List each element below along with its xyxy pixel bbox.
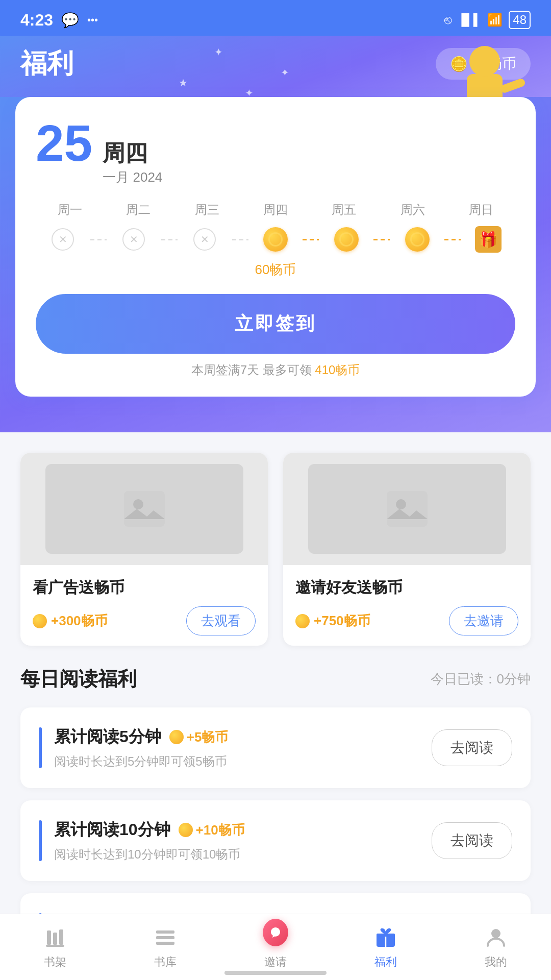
week-item-sat (390, 226, 444, 253)
coin-icon-thu (263, 227, 288, 252)
reading-task-5min: 累计阅读5分钟 +5畅币 阅读时长达到5分钟即可领5畅币 去阅读 (20, 707, 531, 788)
svg-rect-9 (156, 936, 174, 939)
coin-icon-fri (334, 227, 359, 252)
date-month-year: 一月 2024 (103, 168, 162, 186)
task-bar (39, 820, 42, 861)
task-desc-5min: 阅读时长达到5分钟即可领5畅币 (54, 753, 419, 770)
nav-label-welfare: 福利 (374, 954, 397, 970)
nav-library[interactable]: 书库 (110, 914, 220, 980)
nav-profile[interactable]: 我的 (441, 914, 551, 980)
week-label-wed: 周三 (173, 202, 241, 218)
ad-card-image (20, 453, 268, 565)
wifi-icon: 📶 (487, 13, 503, 27)
main-content: 看广告送畅币 +300畅币 去观看 (0, 432, 551, 980)
signin-note: 本周签满7天 最多可领 410畅币 (36, 362, 515, 378)
image-placeholder-2 (308, 464, 506, 554)
header: ✦ ✦ ✦ ★ 福利 🪙 70畅币 (0, 36, 551, 97)
svg-rect-10 (156, 942, 174, 945)
svg-rect-5 (53, 933, 57, 945)
nav-invite[interactable]: 邀请 (220, 914, 331, 980)
week-label-sat: 周六 (378, 202, 446, 218)
task-bar (39, 727, 42, 768)
week-item-tue: ✕ (107, 226, 161, 253)
today-coins-label: 60畅币 (36, 261, 515, 279)
svg-point-1 (133, 499, 143, 509)
task-btn-5min[interactable]: 去阅读 (432, 729, 512, 766)
week-label-fri: 周五 (310, 202, 378, 218)
task-title-5min: 累计阅读5分钟 (54, 726, 161, 748)
week-label-mon: 周一 (36, 202, 104, 218)
svg-rect-2 (387, 491, 428, 527)
missed-icon-tue: ✕ (122, 228, 145, 251)
bottom-indicator (224, 971, 327, 975)
svg-rect-4 (47, 930, 51, 945)
week-item-fri (319, 226, 373, 253)
week-label-thu: 周四 (241, 202, 310, 218)
task-reward-5min: +5畅币 (169, 728, 229, 746)
invite-icon (263, 925, 288, 950)
invite-reward: +750畅币 (295, 612, 370, 630)
week-label-tue: 周二 (104, 202, 172, 218)
star-deco: ✦ (245, 87, 254, 97)
signal-icon: ▐▌▌ (458, 13, 482, 27)
week-item-mon: ✕ (36, 226, 90, 253)
invite-card-title: 邀请好友送畅币 (295, 577, 518, 598)
welfare-icon (373, 925, 398, 950)
svg-rect-8 (156, 930, 174, 934)
missed-icon-wed: ✕ (193, 228, 216, 251)
missed-icon-mon: ✕ (52, 228, 74, 251)
task-btn-10min[interactable]: 去阅读 (432, 822, 512, 859)
ad-reward-text: +300畅币 (51, 612, 108, 630)
date-weekday: 周四 (103, 138, 162, 168)
svg-rect-6 (59, 929, 63, 945)
week-item-wed: ✕ (178, 226, 232, 253)
invite-action-btn[interactable]: 去邀请 (449, 606, 518, 635)
nav-bookshelf[interactable]: 书架 (0, 914, 110, 980)
star-deco: ✦ (214, 46, 223, 58)
svg-point-14 (491, 929, 500, 938)
signin-button[interactable]: 立即签到 (36, 294, 515, 354)
reading-task-10min: 累计阅读10分钟 +10畅币 阅读时长达到10分钟即可领10畅币 去阅读 (20, 800, 531, 881)
invite-card[interactable]: 邀请好友送畅币 +750畅币 去邀请 (283, 453, 531, 646)
mini-coin-icon (33, 614, 47, 628)
signin-note-text: 本周签满7天 最多可领 (191, 363, 312, 377)
ad-card[interactable]: 看广告送畅币 +300畅币 去观看 (20, 453, 268, 646)
ad-action-btn[interactable]: 去观看 (186, 606, 256, 635)
status-bar: 4:23 💬 ••• ⎋ ▐▌▌ 📶 48 (0, 0, 551, 36)
svg-rect-0 (124, 491, 165, 527)
invite-reward-text: +750畅币 (314, 612, 370, 630)
treasure-icon-sun: 🎁 (475, 226, 502, 253)
task-title-10min: 累计阅读10分钟 (54, 819, 170, 841)
battery-indicator: 48 (509, 11, 531, 29)
daily-reading-title: 每日阅读福利 (20, 666, 137, 692)
week-label-sun: 周日 (447, 202, 515, 218)
nav-label-bookshelf: 书架 (44, 954, 66, 970)
date-day: 25 (36, 117, 92, 168)
svg-rect-13 (377, 934, 395, 937)
status-icons: ⎋ ▐▌▌ 📶 48 (444, 11, 531, 29)
star-deco: ✦ (281, 66, 289, 79)
bluetooth-icon: ⎋ (444, 13, 452, 27)
nav-label-library: 书库 (154, 954, 177, 970)
week-item-thu (248, 226, 303, 253)
task-desc-10min: 阅读时长达到10分钟即可领10畅币 (54, 846, 419, 863)
ad-card-title: 看广告送畅币 (33, 577, 256, 598)
week-strip: 周一 周二 周三 周四 周五 周六 周日 ✕ (36, 202, 515, 279)
invite-card-image (283, 453, 531, 565)
task-coin-icon-2 (179, 823, 193, 837)
week-item-sun: 🎁 (461, 226, 515, 253)
status-time: 4:23 (20, 11, 53, 30)
star-deco: ★ (179, 77, 188, 89)
mini-coin-icon-2 (295, 614, 310, 628)
bottom-nav: 书架 书库 邀请 (0, 914, 551, 980)
date-row: 25 周四 一月 2024 (36, 117, 515, 186)
nav-label-invite: 邀请 (264, 954, 287, 970)
character-illustration (439, 36, 531, 97)
profile-icon (483, 925, 509, 950)
task-reward-10min: +10畅币 (179, 821, 245, 839)
task-coin-icon (169, 730, 184, 744)
library-icon (153, 925, 178, 950)
daily-reading-header: 每日阅读福利 今日已读：0分钟 (20, 666, 531, 692)
nav-label-profile: 我的 (485, 954, 507, 970)
nav-welfare[interactable]: 福利 (331, 914, 441, 980)
